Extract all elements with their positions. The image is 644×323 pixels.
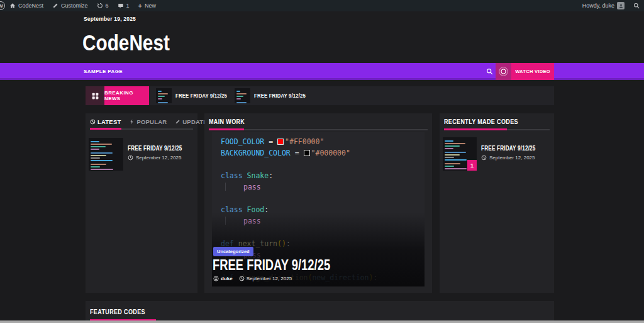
- clock-icon: [128, 155, 133, 161]
- clock-icon: [481, 155, 487, 161]
- adminbar-site-name: CodeNest: [18, 3, 43, 9]
- page: W CodeNest Customize 6 1 + New: [0, 0, 644, 323]
- ticker-grid-block: [86, 86, 104, 105]
- main-work-underline: [209, 128, 244, 130]
- ticker-item[interactable]: FREE FRIDAY 9/12/25: [156, 86, 235, 105]
- new-label: New: [145, 3, 156, 9]
- featured-codes-panel: FEATURED CODES: [86, 301, 554, 320]
- featured-codes-heading: FEATURED CODES: [90, 309, 145, 315]
- home-icon: [9, 3, 16, 9]
- customize-brush-icon: [52, 3, 58, 9]
- wordpress-logo-icon[interactable]: W: [0, 1, 5, 10]
- ticker-item-title: FREE FRIDAY 9/12/25: [175, 93, 227, 99]
- tab-latest-label: LATEST: [97, 118, 121, 125]
- adminbar-site-link[interactable]: CodeNest: [5, 0, 48, 11]
- nav-search-button[interactable]: [483, 63, 496, 80]
- tab-popular-label: POPULAR: [136, 118, 167, 125]
- main-work-heading: MAIN WORK: [209, 118, 245, 125]
- post-thumbnail[interactable]: [89, 138, 123, 171]
- watch-video-label: WATCH VIDEO: [511, 63, 554, 80]
- adminbar-search[interactable]: [629, 0, 644, 11]
- recent-codes-panel: RECENTLY MADE CODES 1 FREE FRIDAY 9/12/2…: [440, 113, 554, 293]
- lightning-icon: [129, 119, 135, 125]
- featured-post-date: September 12, 2025: [239, 276, 292, 281]
- nav-item-sample-page[interactable]: SAMPLE PAGE: [84, 63, 123, 80]
- recent-codes-underline: [444, 128, 507, 130]
- adminbar-customize[interactable]: Customize: [48, 0, 92, 11]
- current-date: September 19, 2025: [84, 16, 136, 22]
- breaking-news-ticker: BREAKING NEWS FREE FRIDAY 9/12/25 FREE F…: [86, 86, 554, 105]
- post-date: September 12, 2025: [128, 155, 182, 161]
- updates-icon: [97, 3, 103, 9]
- featured-post-title[interactable]: FREE FRIDAY 9/12/25: [213, 257, 330, 274]
- comments-count: 1: [126, 3, 130, 9]
- ticker-item-title: FREE FRIDAY 9/12/25: [254, 93, 306, 99]
- bottom-scroll-strip: [0, 320, 644, 323]
- tab-latest[interactable]: LATEST: [90, 118, 121, 125]
- breaking-news-label: BREAKING NEWS: [104, 86, 149, 105]
- post-title[interactable]: FREE FRIDAY 9/12/25: [481, 145, 536, 152]
- adminbar-comments[interactable]: 1: [113, 0, 134, 11]
- tab-popular[interactable]: POPULAR: [129, 118, 167, 125]
- adminbar-updates[interactable]: 6: [92, 0, 113, 11]
- author-icon: [213, 276, 219, 281]
- howdy-label: Howdy, duke: [582, 3, 614, 9]
- wp-admin-bar: W CodeNest Customize 6 1 + New: [0, 0, 644, 11]
- ticker-item-thumbnail: [156, 88, 172, 103]
- clock-icon: [239, 276, 245, 281]
- pencil-icon: [175, 119, 180, 125]
- site-title[interactable]: CodeNest: [82, 30, 170, 55]
- post-title[interactable]: FREE FRIDAY 9/12/25: [128, 145, 182, 152]
- post-date-text: September 12, 2025: [136, 155, 182, 161]
- tabs-active-underline: [90, 128, 121, 130]
- watch-video-button[interactable]: WATCH VIDEO: [496, 63, 554, 80]
- adminbar-new[interactable]: + New: [134, 0, 160, 11]
- post-author[interactable]: duke: [213, 276, 233, 281]
- main-work-panel: MAIN WORK FOOD_COLOR = "#FF0000"BACKGROU…: [204, 113, 432, 293]
- plus-icon: +: [138, 3, 142, 9]
- adminbar-left: W CodeNest Customize 6 1 + New: [0, 0, 160, 11]
- recent-codes-heading: RECENTLY MADE CODES: [444, 118, 518, 125]
- search-icon: [486, 68, 493, 75]
- adminbar-right: Howdy, duke: [578, 0, 644, 11]
- site-header: September 19, 2025 CodeNest: [0, 11, 644, 63]
- video-rings-block: [496, 63, 511, 80]
- post-count-badge: 1: [467, 160, 477, 171]
- main-navigation: SAMPLE PAGE WATCH VIDEO: [0, 63, 644, 80]
- avatar: [617, 2, 625, 9]
- updates-count: 6: [106, 3, 109, 9]
- ticker-item-thumbnail: [235, 88, 250, 103]
- comments-icon: [118, 3, 124, 9]
- search-icon: [633, 3, 640, 9]
- featured-post-meta: duke September 12, 2025: [213, 276, 292, 281]
- play-rings-icon: [498, 66, 509, 77]
- category-badge[interactable]: Uncategorized: [213, 247, 253, 256]
- grid-icon: [91, 92, 99, 100]
- user-icon: [618, 3, 624, 9]
- customize-label: Customize: [61, 3, 88, 9]
- post-date: September 12, 2025: [481, 155, 535, 161]
- tab-update[interactable]: UPDATE: [175, 118, 208, 125]
- tab-update-label: UPDATE: [182, 118, 208, 125]
- ticker-item[interactable]: FREE FRIDAY 9/12/25: [235, 86, 314, 105]
- clock-icon: [90, 119, 96, 125]
- featured-post-date-text: September 12, 2025: [247, 276, 292, 281]
- post-tabs: LATEST POPULAR UPDATE: [90, 118, 208, 125]
- latest-posts-panel: LATEST POPULAR UPDATE FREE FRIDAY 9/12/2…: [86, 113, 197, 293]
- post-date-text: September 12, 2025: [489, 155, 535, 161]
- adminbar-my-account[interactable]: Howdy, duke: [578, 0, 629, 11]
- post-author-name: duke: [221, 276, 233, 281]
